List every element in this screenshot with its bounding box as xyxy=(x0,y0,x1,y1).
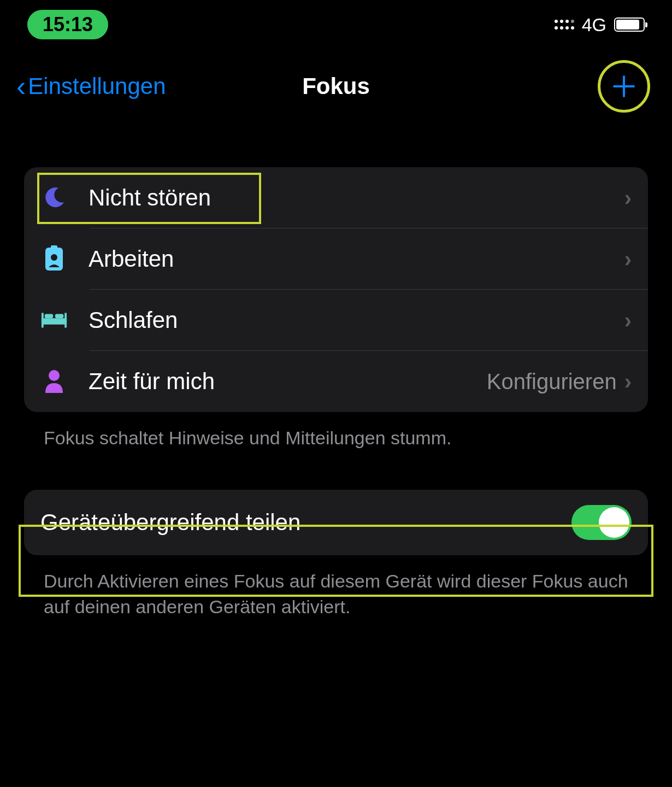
badge-icon xyxy=(40,245,68,273)
share-section: Geräteübergreifend teilen xyxy=(24,490,648,555)
row-label: Zeit für mich xyxy=(89,368,487,395)
chevron-right-icon: › xyxy=(624,186,632,210)
section-footer: Durch Aktivieren eines Fokus auf diesem … xyxy=(24,555,648,620)
svg-rect-17 xyxy=(55,314,63,318)
svg-rect-13 xyxy=(42,318,67,325)
row-label: Arbeiten xyxy=(89,246,624,272)
plus-icon xyxy=(611,73,637,99)
person-icon xyxy=(40,368,68,395)
svg-point-18 xyxy=(49,370,60,381)
row-label: Schlafen xyxy=(89,307,624,333)
back-button[interactable]: ‹ Einstellungen xyxy=(16,72,166,101)
svg-rect-15 xyxy=(64,313,67,328)
battery-icon xyxy=(614,17,645,32)
status-bar: 15:13 4G xyxy=(0,0,672,44)
chevron-right-icon: › xyxy=(624,308,632,333)
svg-rect-11 xyxy=(51,245,57,249)
add-button[interactable] xyxy=(598,60,650,113)
svg-point-7 xyxy=(571,26,574,30)
status-right: 4G xyxy=(553,14,645,36)
svg-point-1 xyxy=(560,20,563,23)
focus-modes-section: Nicht stören › Arbeiten › xyxy=(24,167,648,412)
row-label: Geräteübergreifend teilen xyxy=(40,509,571,536)
svg-rect-16 xyxy=(45,314,53,318)
focus-row-personal[interactable]: Zeit für mich Konfigurieren › xyxy=(24,351,648,412)
row-label: Nicht stören xyxy=(89,185,624,211)
svg-point-3 xyxy=(571,20,574,23)
svg-point-0 xyxy=(555,20,558,23)
svg-point-4 xyxy=(555,26,558,30)
svg-point-2 xyxy=(565,20,569,23)
svg-point-12 xyxy=(51,254,57,261)
status-time: 15:13 xyxy=(27,10,108,39)
focus-row-work[interactable]: Arbeiten › xyxy=(24,228,648,290)
section-footer: Fokus schaltet Hinweise und Mitteilungen… xyxy=(24,412,648,451)
chevron-right-icon: › xyxy=(624,247,632,272)
svg-point-6 xyxy=(565,26,569,30)
focus-row-do-not-disturb[interactable]: Nicht stören › xyxy=(24,167,648,228)
chevron-right-icon: › xyxy=(624,369,632,394)
back-label: Einstellungen xyxy=(28,73,166,99)
bed-icon xyxy=(40,307,68,334)
page-title: Fokus xyxy=(302,73,370,99)
signal-icon xyxy=(553,17,574,32)
moon-icon xyxy=(40,184,68,212)
share-across-devices-row[interactable]: Geräteübergreifend teilen xyxy=(24,490,648,555)
row-detail: Konfigurieren xyxy=(487,369,617,394)
nav-bar: ‹ Einstellungen Fokus xyxy=(0,44,672,134)
svg-point-5 xyxy=(560,26,563,30)
svg-rect-14 xyxy=(42,313,44,328)
focus-row-sleep[interactable]: Schlafen › xyxy=(24,290,648,351)
chevron-left-icon: ‹ xyxy=(16,72,26,101)
cellular-label: 4G xyxy=(582,14,606,36)
share-toggle[interactable] xyxy=(571,505,632,540)
